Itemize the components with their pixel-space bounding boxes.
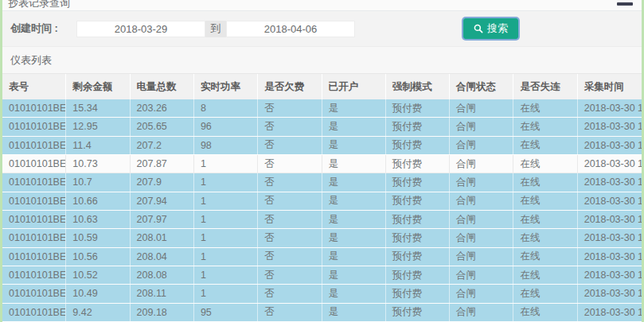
column-header: 采集时间 [578, 74, 642, 99]
table-cell: 合闸 [450, 266, 513, 284]
table-cell: 2018-03-30 15:1 [578, 99, 642, 117]
table-cell: 207.9 [131, 173, 194, 191]
table-cell: 在线 [513, 137, 577, 154]
table-cell: 合闸 [450, 248, 513, 266]
column-header: 实时功率 [194, 74, 258, 99]
table-cell: 是 [322, 192, 386, 210]
table-cell: 预付费 [386, 173, 450, 191]
table-cell: 是 [322, 248, 386, 266]
table-cell: 预付费 [386, 137, 450, 154]
table-cell: 2018-03-30 15:1 [578, 304, 642, 321]
table-cell: 2018-03-30 15:1 [578, 229, 642, 246]
table-cell: 否 [258, 304, 322, 321]
table-cell: 在线 [513, 211, 577, 228]
table-cell: 否 [258, 211, 322, 228]
table-cell: 在线 [513, 304, 577, 321]
table-row[interactable]: 01010101BE10.66207.941否是预付费合闸在线2018-03-3… [2, 192, 642, 211]
start-date-input[interactable] [76, 21, 205, 37]
table-cell: 合闸 [450, 192, 513, 210]
table-cell: 10.56 [66, 248, 130, 266]
meter-list-section-header: 仪表列表 [2, 46, 642, 73]
table-cell: 98 [194, 137, 258, 154]
table-header-row: 表号剩余金额电量总数实时功率是否欠费已开户强制模式合闸状态是否失连采集时间 [2, 73, 642, 99]
table-cell: 10.7 [66, 173, 130, 191]
table-cell: 2018-03-30 15:1 [578, 173, 642, 191]
table-cell: 9.42 [66, 304, 130, 321]
table-cell: 是 [322, 211, 386, 228]
table-cell: 合闸 [450, 137, 513, 154]
table-row[interactable]: 01010101BE10.59208.011否是预付费合闸在线2018-03-3… [2, 229, 642, 247]
table-cell: 01010101BE [2, 229, 66, 246]
table-cell: 1 [194, 173, 258, 191]
table-cell: 合闸 [450, 155, 513, 173]
table-row[interactable]: 01010101BE10.63207.971否是预付费合闸在线2018-03-3… [2, 211, 642, 229]
minimize-icon[interactable] [617, 2, 633, 6]
table-cell: 在线 [513, 285, 577, 302]
table-cell: 否 [258, 99, 322, 117]
table-cell: 是 [322, 229, 386, 246]
table-cell: 预付费 [386, 155, 450, 173]
table-cell: 预付费 [386, 211, 450, 228]
table-cell: 2018-03-30 15:1 [578, 266, 642, 284]
table-cell: 208.08 [131, 266, 194, 284]
table-row[interactable]: 01010101BE15.34203.268否是预付费合闸在线2018-03-3… [2, 99, 642, 118]
table-row[interactable]: 01010101BE10.49208.111否是预付费合闸在线2018-03-3… [2, 285, 642, 303]
table-cell: 11.4 [66, 137, 130, 154]
table-cell: 10.59 [66, 229, 130, 246]
table-cell: 207.97 [131, 211, 194, 228]
table-cell: 否 [258, 229, 322, 246]
table-row[interactable]: 01010101BE12.95205.6596否是预付费合闸在线2018-03-… [2, 118, 642, 136]
table-cell: 208.04 [131, 248, 194, 266]
table-cell: 10.66 [66, 192, 130, 210]
table-cell: 是 [322, 173, 386, 191]
table-cell: 1 [194, 155, 258, 173]
table-cell: 2018-03-30 15:1 [578, 155, 642, 173]
table-cell: 合闸 [450, 304, 513, 321]
table-cell: 01010101BE [2, 155, 66, 173]
filter-bar: 创建时间 : 到 搜索 [2, 11, 642, 46]
table-cell: 1 [194, 192, 258, 210]
table-row[interactable]: 01010101BE9.42209.1895否是预付费合闸在线2018-03-3… [2, 304, 642, 322]
create-time-label: 创建时间 : [10, 21, 76, 36]
table-cell: 否 [258, 118, 322, 135]
search-icon [474, 24, 483, 33]
table-cell: 01010101BE [2, 137, 66, 154]
table-cell: 是 [322, 118, 386, 135]
table-cell: 2018-03-30 15:1 [578, 118, 642, 135]
table-cell: 在线 [513, 266, 577, 284]
table-cell: 在线 [513, 99, 577, 117]
table-cell: 在线 [513, 173, 577, 191]
column-header: 表号 [2, 74, 66, 99]
table-cell: 209.18 [131, 304, 194, 321]
column-header: 是否失连 [513, 74, 577, 99]
table-cell: 是 [322, 155, 386, 173]
table-cell: 01010101BE [2, 118, 66, 135]
table-cell: 预付费 [386, 118, 450, 135]
end-date-input[interactable] [226, 21, 355, 37]
table-cell: 是 [322, 285, 386, 302]
table-row[interactable]: 01010101BE10.73207.871否是预付费合闸在线2018-03-3… [2, 155, 642, 173]
table-cell: 01010101BE [2, 248, 66, 266]
table-cell: 12.95 [66, 118, 130, 135]
search-button[interactable]: 搜索 [463, 18, 518, 39]
table-cell: 是 [322, 137, 386, 154]
table-cell: 10.63 [66, 211, 130, 228]
column-header: 已开户 [322, 74, 386, 99]
table-cell: 1 [194, 248, 258, 266]
meter-list-title: 仪表列表 [10, 53, 52, 68]
table-cell: 208.11 [131, 285, 194, 302]
table-row[interactable]: 01010101BE10.52208.081否是预付费合闸在线2018-03-3… [2, 266, 642, 285]
table-cell: 2018-03-30 15:1 [578, 192, 642, 210]
table-cell: 是 [322, 266, 386, 284]
table-row[interactable]: 01010101BE11.4207.298否是预付费合闸在线2018-03-30… [2, 137, 642, 155]
table-cell: 207.87 [131, 155, 194, 173]
table-cell: 否 [258, 155, 322, 173]
table-cell: 预付费 [386, 248, 450, 266]
table-cell: 01010101BE [2, 211, 66, 228]
table-cell: 合闸 [450, 285, 513, 302]
table-row[interactable]: 01010101BE10.7207.91否是预付费合闸在线2018-03-30 … [2, 173, 642, 192]
table-cell: 合闸 [450, 211, 513, 228]
table-cell: 15.34 [66, 99, 130, 117]
table-row[interactable]: 01010101BE10.56208.041否是预付费合闸在线2018-03-3… [2, 248, 642, 266]
table-cell: 否 [258, 137, 322, 154]
